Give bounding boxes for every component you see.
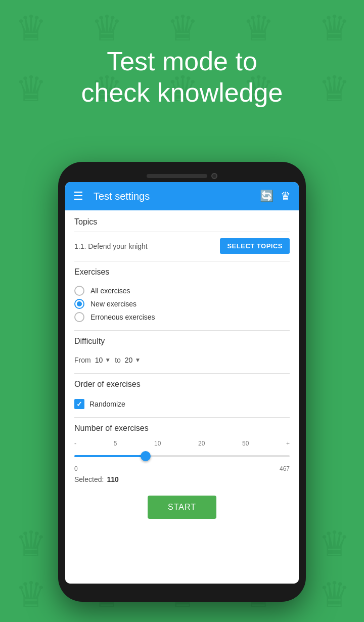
exercises-radio-group: All exercises New exercises Erroneous ex…	[74, 282, 290, 328]
erroneous-exercises-option[interactable]: Erroneous exercises	[74, 312, 290, 322]
randomize-label: Randomize	[89, 400, 125, 408]
erroneous-exercises-radio[interactable]	[74, 312, 84, 322]
slider-fill	[74, 455, 150, 457]
svg-text:♛: ♛	[15, 525, 47, 564]
from-value: 10	[95, 356, 103, 364]
order-title: Order of exercises	[74, 380, 290, 389]
slider-range-labels: 0 467	[74, 464, 290, 473]
phone-device: ☰ Test settings 🔄 ♛ Topics 1.1. Defend y…	[58, 162, 306, 602]
selected-value: 110	[107, 475, 118, 483]
svg-text:♛: ♛	[15, 575, 47, 614]
app-bar-title: Test settings	[94, 191, 260, 202]
exercises-section: Exercises All exercises New exercises Er…	[65, 261, 299, 330]
all-exercises-radio[interactable]	[74, 286, 84, 296]
number-title: Number of exercises	[74, 424, 290, 433]
svg-text:♛: ♛	[318, 9, 350, 48]
difficulty-row: From 10 ▼ to 20 ▼	[74, 351, 290, 371]
difficulty-title: Difficulty	[74, 337, 290, 346]
erroneous-exercises-label: Erroneous exercises	[90, 313, 155, 321]
content-area: Topics 1.1. Defend your knight SELECT TO…	[65, 210, 299, 584]
to-value: 20	[125, 356, 133, 364]
topics-title: Topics	[74, 217, 290, 227]
difficulty-section: Difficulty From 10 ▼ to 20 ▼	[65, 331, 299, 373]
refresh-icon[interactable]: 🔄	[260, 190, 274, 203]
slider-container[interactable]	[74, 450, 290, 462]
slider-track	[74, 455, 290, 457]
app-bar: ☰ Test settings 🔄 ♛	[65, 182, 299, 210]
from-dropdown-arrow[interactable]: ▼	[105, 357, 111, 364]
from-select[interactable]: 10 ▼	[95, 356, 111, 364]
chess-queen-icon[interactable]: ♛	[281, 190, 291, 203]
randomize-checkbox[interactable]: ✓	[74, 399, 84, 409]
all-exercises-option[interactable]: All exercises	[74, 286, 290, 296]
phone-speaker	[147, 174, 207, 178]
new-exercises-option[interactable]: New exercises	[74, 299, 290, 309]
to-dropdown-arrow[interactable]: ▼	[134, 357, 141, 364]
app-bar-icons: 🔄 ♛	[260, 190, 291, 203]
hero-line1: Test mode to	[0, 46, 364, 77]
from-label: From	[74, 356, 91, 364]
number-section: Number of exercises - 5 10 20 50 + 0	[65, 418, 299, 490]
phone-screen: ☰ Test settings 🔄 ♛ Topics 1.1. Defend y…	[65, 182, 299, 584]
svg-text:♛: ♛	[167, 9, 199, 48]
hamburger-icon[interactable]: ☰	[73, 190, 83, 203]
range-min: 0	[74, 465, 78, 472]
svg-text:♛: ♛	[318, 575, 350, 614]
to-select[interactable]: 20 ▼	[125, 356, 141, 364]
topics-section: Topics	[65, 210, 299, 227]
checkmark-icon: ✓	[76, 400, 82, 408]
hero-line2: check knowledge	[0, 77, 364, 108]
phone-camera	[211, 173, 217, 179]
range-max: 467	[280, 465, 290, 472]
select-topics-button[interactable]: SELECT TOPICS	[220, 238, 290, 254]
order-section: Order of exercises ✓ Randomize	[65, 374, 299, 417]
selected-label: Selected:	[74, 475, 104, 483]
tick-20: 20	[198, 440, 205, 447]
new-exercises-radio[interactable]	[74, 299, 84, 309]
tick-10: 10	[154, 440, 161, 447]
all-exercises-label: All exercises	[90, 287, 130, 295]
hero-text: Test mode to check knowledge	[0, 46, 364, 109]
svg-text:♛: ♛	[15, 9, 47, 48]
tick-50: 50	[242, 440, 249, 447]
to-label: to	[115, 356, 121, 364]
topic-value: 1.1. Defend your knight	[74, 242, 148, 250]
selected-count: Selected: 110	[74, 473, 290, 490]
topic-row: 1.1. Defend your knight SELECT TOPICS	[65, 232, 299, 261]
start-button[interactable]: START	[148, 496, 216, 519]
slider-thumb[interactable]	[141, 451, 151, 461]
tick-minus: -	[74, 440, 76, 447]
slider-tick-labels: - 5 10 20 50 +	[74, 438, 290, 448]
tick-plus: +	[286, 440, 290, 447]
svg-text:♛: ♛	[243, 9, 275, 48]
phone-notch	[147, 173, 217, 179]
new-exercises-label: New exercises	[90, 300, 136, 308]
randomize-row[interactable]: ✓ Randomize	[74, 394, 290, 415]
exercises-title: Exercises	[74, 268, 290, 277]
svg-text:♛: ♛	[318, 525, 350, 564]
start-section: START	[65, 490, 299, 529]
svg-text:♛: ♛	[91, 9, 123, 48]
tick-5: 5	[114, 440, 117, 447]
